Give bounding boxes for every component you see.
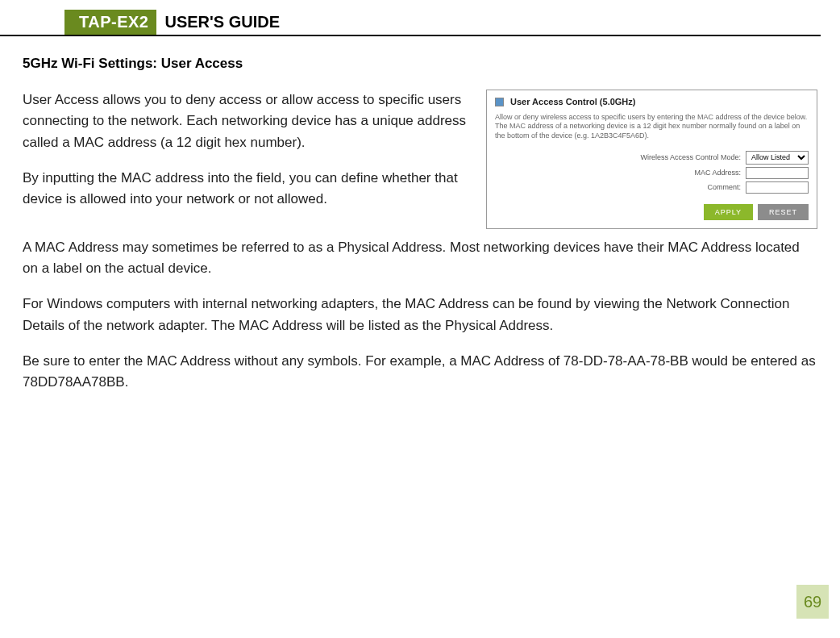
comment-input[interactable]	[746, 181, 809, 194]
paragraph-4: For Windows computers with internal netw…	[23, 294, 817, 336]
figure-header: User Access Control (5.0GHz)	[487, 90, 817, 110]
figure-button-row: APPLY RESET	[487, 199, 817, 228]
paragraph-5: Be sure to enter the MAC Address without…	[23, 351, 817, 394]
comment-label: Comment:	[495, 183, 741, 191]
figure-title: User Access Control (5.0GHz)	[510, 97, 635, 106]
figure-form: Wireless Access Control Mode: Allow List…	[487, 145, 817, 199]
mode-select[interactable]: Allow Listed	[746, 151, 809, 165]
page-number: 69	[796, 585, 829, 619]
form-row-mac: MAC Address:	[495, 167, 809, 179]
guide-title: USER'S GUIDE	[156, 10, 280, 35]
form-row-comment: Comment:	[495, 181, 809, 194]
page-content: 5GHz Wi-Fi Settings: User Access User Ac…	[0, 36, 840, 394]
screenshot-figure: User Access Control (5.0GHz) Allow or de…	[486, 90, 817, 229]
paragraph-3: A MAC Address may sometimes be referred …	[23, 237, 817, 280]
mode-label: Wireless Access Control Mode:	[495, 153, 741, 161]
apply-button[interactable]: APPLY	[704, 204, 753, 220]
product-badge: TAP-EX2	[64, 10, 156, 35]
form-row-mode: Wireless Access Control Mode: Allow List…	[495, 151, 809, 165]
section-heading: 5GHz Wi-Fi Settings: User Access	[23, 56, 817, 72]
figure-description: Allow or deny wireless access to specifi…	[487, 110, 817, 145]
reset-button[interactable]: RESET	[758, 204, 809, 220]
mac-input[interactable]	[746, 167, 809, 179]
document-header: TAP-EX2 USER'S GUIDE	[0, 10, 821, 36]
mac-label: MAC Address:	[495, 169, 741, 177]
color-swatch-icon	[495, 98, 504, 106]
